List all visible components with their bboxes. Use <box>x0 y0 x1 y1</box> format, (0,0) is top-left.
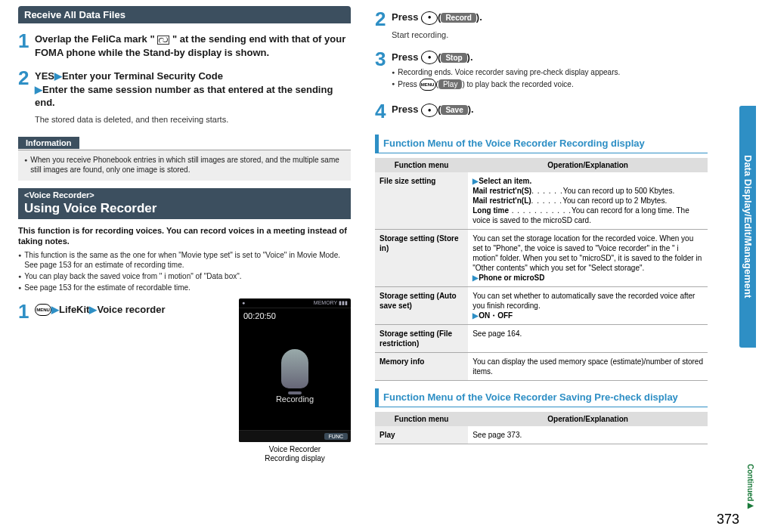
menu-item-op: See page 373. <box>468 426 708 444</box>
table-row: Memory info You can display the used mem… <box>375 353 708 381</box>
intro-bullets: This function is the same as the one for… <box>18 250 351 292</box>
screenshot-caption: Voice Recorder Recording display <box>265 445 325 463</box>
left-step-1: 1 Overlap the FeliCa mark " " at the sen… <box>18 31 351 59</box>
text: See page 153 for the estimate of recorda… <box>24 283 191 292</box>
screenshot-softkeys: FUNC <box>239 430 351 442</box>
microphone-icon <box>281 349 308 388</box>
right-step-4: 4 Press ●(Save). <box>375 101 708 121</box>
text: Phone or microSD <box>479 274 544 282</box>
text: . . . . . . <box>531 196 563 205</box>
center-key-icon: ● <box>421 51 438 64</box>
text: . <box>471 104 474 115</box>
text: Press <box>392 51 421 63</box>
text: Select an item. <box>479 177 531 185</box>
col-header-op: Operation/Explanation <box>468 158 708 172</box>
col-header-menu: Function menu <box>375 158 468 172</box>
step-title: Press ●(Stop). <box>392 51 708 65</box>
text: Mail restrict'n(L) <box>472 196 531 205</box>
function-menu-header-precheck: Function Menu of the Voice Recorder Savi… <box>375 388 708 407</box>
bullet: Press MENU(Play) to play back the record… <box>392 79 708 91</box>
arrow-icon: ▶ <box>472 177 479 185</box>
menu-item-name: Storage setting (File restriction) <box>375 325 468 353</box>
text: Press <box>398 80 419 88</box>
bullet: Recording ends. Voice recorder saving pr… <box>392 67 708 77</box>
arrow-icon: ▶ <box>472 274 479 282</box>
text: . <box>470 51 473 63</box>
step-body: Overlap the FeliCa mark " " at the sendi… <box>35 31 351 59</box>
right-step-3: 3 Press ●(Stop). Recording ends. Voice r… <box>375 49 708 93</box>
col-header-op: Operation/Explanation <box>468 412 708 426</box>
information-box: When you receive Phonebook entries in wh… <box>18 150 351 181</box>
text: ON・OFF <box>479 311 513 320</box>
text: Press <box>392 11 421 23</box>
step-title: Overlap the FeliCa mark " " at the sendi… <box>35 32 351 59</box>
text: Voice recorder <box>97 304 165 315</box>
felica-icon <box>157 36 169 45</box>
text: to play back the recorded voice. <box>465 80 574 88</box>
function-menu-header-recording: Function Menu of the Voice Recorder Reco… <box>375 135 708 153</box>
table-header-row: Function menu Operation/Explanation <box>375 158 708 172</box>
menu-item-op: See page 164. <box>468 325 708 353</box>
menu-item-op: ▶Select an item. Mail restrict'n(S). . .… <box>468 172 708 230</box>
continued-indicator: Continued▶ <box>746 464 754 509</box>
center-key-icon: ● <box>421 104 438 117</box>
text: You can record up to 500 Kbytes. <box>563 187 675 195</box>
table-header-row: Function menu Operation/Explanation <box>375 412 708 426</box>
screenshot-wrap: ● MEMORY ▮▮▮ 00:20:50 Recording FUNC Voi… <box>239 298 351 463</box>
step-title: Press ●(Save). <box>392 103 708 117</box>
step-number: 2 <box>18 68 35 88</box>
text: You can set the storage location for the… <box>472 234 702 272</box>
text: You can play back the saved voice from "… <box>24 271 241 281</box>
text: This function is the same as the one for… <box>24 250 351 270</box>
text: Overlap the FeliCa mark " <box>35 33 155 45</box>
memory-indicator: MEMORY ▮▮▮ <box>314 300 348 306</box>
information-block: Information When you receive Phonebook e… <box>18 131 351 181</box>
menu-item-name: Play <box>375 426 468 444</box>
menu-item-op: You can set the storage location for the… <box>468 230 708 287</box>
text: You can record up to 2 Mbytes. <box>562 196 667 205</box>
col-header-menu: Function menu <box>375 412 468 426</box>
intro-text: This function is for recording voices. Y… <box>18 225 351 294</box>
arrow-icon: ▶ <box>35 84 42 95</box>
softkey-func: FUNC <box>324 433 348 440</box>
voice-recorder-screenshot: ● MEMORY ▮▮▮ 00:20:50 Recording FUNC <box>239 298 351 442</box>
step-body: MENU▶LifeKit▶Voice recorder <box>35 302 239 317</box>
text: LifeKit <box>59 304 89 315</box>
section-main-header: Using Voice Recorder <box>18 200 351 219</box>
text: . . . . . . <box>531 187 563 195</box>
center-key-icon: ● <box>421 11 438 25</box>
table-row: Storage setting (File restriction) See p… <box>375 325 708 353</box>
screenshot-timer: 00:20:50 <box>239 308 351 323</box>
left-step-2: 2 YES▶Enter your Terminal Security Code … <box>18 68 351 125</box>
step-description: The stored data is deleted, and then rec… <box>35 114 351 125</box>
step-title: MENU▶LifeKit▶Voice recorder <box>35 303 239 317</box>
step-number: 2 <box>375 9 392 29</box>
screenshot-center: Recording <box>239 323 351 430</box>
step-number: 1 <box>18 302 35 321</box>
text: Enter the same session number as that en… <box>35 84 333 109</box>
step-number: 4 <box>375 101 392 121</box>
section-subheader: <Voice Recorder> <box>18 188 351 200</box>
rec-indicator-icon: ● <box>242 300 245 306</box>
table-row: Storage setting (Store in) You can set t… <box>375 230 708 287</box>
arrow-icon: ▶ <box>89 304 97 315</box>
bullet: See page 153 for the estimate of recorda… <box>18 283 351 292</box>
menu-key-icon: MENU <box>420 79 436 91</box>
table-row: Play See page 373. <box>375 426 708 444</box>
text: Recording ends. Voice recorder saving pr… <box>398 67 620 77</box>
left-step-1b: 1 MENU▶LifeKit▶Voice recorder <box>18 302 239 321</box>
bullet: This function is the same as the one for… <box>18 250 351 270</box>
text: Press MENU(Play) to play back the record… <box>398 79 573 91</box>
step-body: Press ●(Save). <box>392 101 708 117</box>
step-body: Press ●(Record). Start recording. <box>392 9 708 40</box>
table-row: Storage setting (Auto save set) You can … <box>375 287 708 325</box>
step-description: Start recording. <box>392 29 708 40</box>
arrow-icon: ▶ <box>51 304 59 315</box>
text: . . . . . . . . . . . <box>509 206 572 215</box>
play-pill: Play <box>438 79 462 89</box>
menu-item-name: Memory info <box>375 353 468 381</box>
text: Voice Recorder <box>269 445 321 453</box>
text: Recording display <box>265 454 325 462</box>
record-pill: Record <box>441 13 476 23</box>
text: Mail restrict'n(S) <box>472 187 531 195</box>
